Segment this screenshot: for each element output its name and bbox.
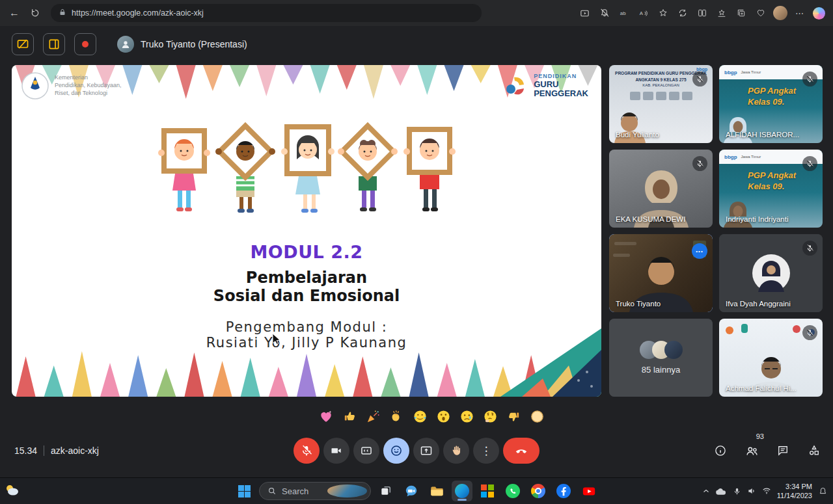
face-joy-icon [413, 409, 428, 424]
reaction-thumbs-down[interactable] [506, 408, 521, 424]
end-call-button[interactable] [503, 438, 539, 464]
meeting-details-button[interactable] [712, 442, 729, 459]
activities-icon [808, 444, 821, 457]
file-explorer-button[interactable] [426, 481, 447, 501]
tray-speaker-icon[interactable] [747, 486, 756, 496]
meeting-clock: 15.34 [14, 445, 37, 456]
google-meet-page: Truko Tiyanto (Presentasi) Kementerian P… [0, 26, 833, 478]
translate-button[interactable]: ab [615, 5, 633, 21]
skin-tone-icon [530, 409, 545, 424]
mic-muted-button[interactable] [294, 438, 320, 464]
participant-tile[interactable]: Ifva Dyah Anggraini [719, 234, 823, 312]
emoji-icon [390, 444, 403, 457]
onedrive-icon[interactable] [716, 487, 727, 496]
tray-wifi-icon[interactable] [762, 486, 771, 496]
chat-app-button[interactable] [401, 481, 422, 501]
reactions-button[interactable] [383, 438, 409, 464]
reaction-skin-tone[interactable] [529, 408, 545, 424]
reaction-clapping-hands[interactable] [389, 408, 404, 424]
tray-expand-button[interactable] [702, 487, 710, 495]
weather-widget[interactable] [3, 483, 20, 501]
camera-button[interactable] [323, 438, 349, 464]
chrome-icon [531, 484, 545, 498]
bbgp-logo-text: bbgp [724, 70, 737, 75]
tile-options-button[interactable]: ••• [692, 243, 707, 259]
youtube-button[interactable] [579, 481, 599, 501]
reaction-face-sad[interactable] [459, 408, 474, 424]
people-panel-button[interactable]: 93 [743, 442, 760, 459]
participant-tile[interactable]: bbgpJawa Timur PGP AngkatKelas 09. ALFID… [719, 65, 823, 143]
participant-tile[interactable]: Achmad Falichul Hi... [719, 319, 823, 397]
notifications-button[interactable] [818, 486, 828, 496]
thumbs-down-icon [506, 409, 521, 424]
reaction-thumbs-up[interactable] [342, 408, 357, 424]
participant-tile[interactable]: 85 lainnya [609, 319, 713, 397]
chat-panel-button[interactable] [774, 442, 791, 459]
present-icon [420, 444, 433, 457]
taskbar-clock[interactable]: 3:34 PM 11/14/2023 [777, 482, 812, 501]
raise-hand-button[interactable] [443, 438, 469, 464]
more-participants-tile: 85 lainnya [609, 319, 713, 397]
participant-tile[interactable]: EKA KUSUMA DEWI [609, 150, 713, 228]
taskbar-search[interactable]: Search [259, 482, 371, 500]
reaction-face-thinking[interactable] [482, 408, 498, 424]
side-panel-button[interactable] [43, 33, 65, 55]
mouse-cursor [272, 333, 281, 345]
collections-button[interactable] [732, 5, 750, 21]
guru-penggerak-logo: PENDIDIKAN GURU PENGGERAK [502, 73, 588, 99]
tray-mic-icon[interactable] [733, 487, 741, 496]
reaction-face-joy[interactable] [412, 408, 428, 424]
reaction-party-popper[interactable] [365, 408, 381, 424]
svg-text:A: A [640, 10, 644, 16]
reaction-sparkling-heart[interactable] [318, 408, 334, 424]
facebook-button[interactable] [553, 481, 574, 501]
split-screen-button[interactable] [693, 5, 711, 21]
microsoft-store-icon [481, 484, 494, 497]
browser-toolbar-icons: ab A ⋯ [576, 5, 828, 21]
refresh-button[interactable] [26, 4, 44, 22]
thumbs-up-icon [342, 409, 357, 424]
meeting-code: azk-aoic-xkj [51, 445, 99, 456]
start-button[interactable] [234, 481, 254, 501]
windows-logo-icon [238, 485, 251, 497]
profile-avatar[interactable] [771, 5, 789, 21]
participant-name: EKA KUSUMA DEWI [616, 215, 685, 223]
back-button[interactable]: ← [5, 4, 23, 22]
stop-presentation-button[interactable] [12, 33, 34, 55]
reactions-bar [318, 408, 545, 424]
copilot-button[interactable] [810, 5, 828, 21]
presentation-slide[interactable]: Kementerian Pendidikan, Kebudayaan, Rise… [12, 65, 601, 397]
lock-icon [59, 7, 66, 19]
chrome-button[interactable] [528, 481, 549, 501]
participant-tile[interactable]: •••Truko Tiyanto [609, 234, 713, 312]
participant-tile[interactable]: bbgpJawa Timur PGP AngkatKelas 09. Indri… [719, 150, 823, 228]
present-button[interactable] [413, 438, 439, 464]
participant-tile[interactable]: bbgp PROGRAM PENDIDIKAN GURU PENGGERAK A… [609, 65, 713, 143]
add-favorite-star-icon[interactable] [654, 5, 672, 21]
edge-button[interactable] [452, 481, 472, 501]
read-aloud-button[interactable]: A [635, 5, 652, 21]
whatsapp-button[interactable] [502, 481, 523, 501]
sync-button[interactable] [674, 5, 691, 21]
search-highlight-image [327, 484, 368, 497]
mic-off-icon [300, 444, 313, 457]
raise-hand-icon [450, 444, 463, 457]
favorites-button[interactable] [713, 5, 730, 21]
media-controls-button[interactable] [576, 5, 594, 21]
edge-icon [455, 484, 469, 498]
more-options-button[interactable]: ⋮ [473, 438, 499, 464]
browser-essentials-icon[interactable] [752, 5, 769, 21]
settings-menu-button[interactable]: ⋯ [791, 5, 808, 21]
reaction-face-wow[interactable] [435, 408, 451, 424]
microsoft-store-button[interactable] [477, 481, 498, 501]
slide-title-line2: Sosial dan Emosional [12, 287, 601, 305]
notifications-blocked-icon[interactable] [595, 5, 613, 21]
recording-indicator-button[interactable] [74, 33, 96, 55]
bbgp-logo-text: bbgp [724, 154, 737, 160]
face-thinking-icon [483, 409, 498, 424]
captions-button[interactable] [353, 438, 379, 464]
activities-button[interactable] [806, 442, 823, 459]
task-view-button[interactable] [376, 481, 396, 501]
address-bar[interactable]: https://meet.google.com/azk-aoic-xkj [51, 4, 482, 22]
jawa-timur-text: Jawa Timur [741, 155, 761, 159]
